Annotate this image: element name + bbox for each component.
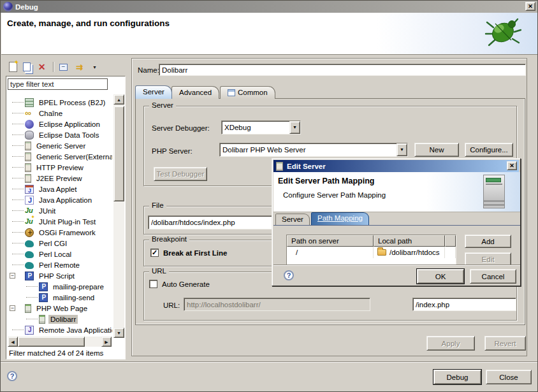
filter-launch-configs-icon[interactable]: ⇉: [76, 62, 87, 73]
help-icon[interactable]: ?: [7, 371, 17, 381]
filter-status-text: Filter matched 24 of 24 items: [9, 349, 103, 357]
tree-item-perl-remote[interactable]: Perl Remote: [7, 259, 112, 270]
path-mapping-table: Path on server Local path //dolibarr/htd…: [286, 235, 456, 265]
bpel-process-icon: [25, 98, 34, 107]
tree-item-junit[interactable]: JUnit: [7, 205, 112, 216]
chain-icon: [25, 109, 34, 118]
tree-item-dolibarr[interactable]: Dolibarr: [7, 314, 112, 324]
auto-generate-label: Auto Generate: [162, 280, 210, 288]
configure-button[interactable]: Configure...: [465, 143, 513, 157]
scroll-left-icon[interactable]: ◀: [8, 337, 18, 347]
tree-connector: [12, 145, 24, 146]
tree-item-label: mailing-prepare: [51, 282, 106, 291]
name-label: Name:: [138, 66, 159, 74]
tab-path-mapping[interactable]: Path Mapping: [311, 212, 369, 225]
scroll-up-icon[interactable]: ▲: [113, 94, 124, 105]
break-first-line-checkbox[interactable]: ✓: [150, 249, 159, 257]
tab-common[interactable]: Common: [220, 86, 275, 99]
tree-item-osgi-framework[interactable]: OSGi Framework: [7, 227, 112, 238]
edit-mapping-button[interactable]: Edit: [465, 252, 511, 265]
tree-item-junit-plug-in-test[interactable]: JUnit Plug-in Test: [7, 216, 112, 227]
ok-button[interactable]: OK: [417, 269, 464, 284]
tree-item-label: JUnit Plug-in Test: [37, 217, 98, 226]
tree-item-label: mailing-send: [51, 293, 96, 302]
debug-button[interactable]: Debug: [433, 370, 481, 384]
tree-item-remote-java-application[interactable]: Remote Java Application: [7, 324, 112, 335]
server-debugger-select[interactable]: XDebug ▼: [221, 120, 301, 134]
vertical-scroll-thumb[interactable]: [113, 106, 124, 201]
horizontal-scroll-thumb[interactable]: [18, 337, 85, 347]
chevron-down-icon[interactable]: ▼: [289, 121, 300, 134]
type-filter-input[interactable]: [8, 78, 108, 90]
tree-item-perl-cgi[interactable]: Perl CGI: [7, 238, 112, 249]
php-server-select[interactable]: Dolibarr PHP Web Server ▼: [219, 143, 408, 157]
tree-connector: [12, 221, 24, 222]
tree-item-java-applet[interactable]: Java Applet: [7, 184, 112, 194]
path-mapping-row[interactable]: //dolibarr/htdocs: [287, 247, 456, 258]
tree-item-bpel-process-b2j[interactable]: BPEL Process (B2J): [7, 97, 112, 108]
tab-advanced[interactable]: Advanced: [171, 86, 219, 99]
perl-remote-icon: [25, 262, 34, 269]
apply-button[interactable]: Apply: [426, 336, 475, 351]
tree-item-label: Generic Server(External La: [34, 152, 112, 161]
auto-generate-checkbox[interactable]: [149, 280, 157, 288]
window-close-button[interactable]: ✕: [525, 2, 535, 11]
tree-item-java-application[interactable]: Java Application: [7, 194, 112, 205]
column-header-local-path[interactable]: Local path: [374, 235, 445, 247]
collapse-all-icon[interactable]: −: [59, 64, 68, 71]
url-base-input[interactable]: [184, 298, 370, 311]
collapse-expander-icon[interactable]: −: [10, 273, 15, 279]
test-debugger-button[interactable]: Test Debugger: [154, 167, 207, 181]
add-mapping-button[interactable]: Add: [465, 235, 511, 248]
tree-item-eclipse-application[interactable]: Eclipse Application: [7, 119, 112, 129]
debug-bug-icon: [484, 15, 521, 50]
scroll-right-icon[interactable]: ▶: [101, 337, 112, 347]
tree-item-label: BPEL Process (B2J): [37, 98, 107, 107]
tab-server-settings[interactable]: Server: [275, 214, 310, 225]
tree-item-http-preview[interactable]: HTTP Preview: [7, 162, 112, 173]
tree-item-generic-server-external-la[interactable]: Generic Server(External La: [7, 151, 112, 162]
new-launch-config-icon[interactable]: [9, 62, 17, 72]
url-label: URL:: [163, 301, 180, 309]
tree-item-label: HTTP Preview: [34, 163, 85, 172]
tree-connector: [12, 330, 24, 330]
dialog-help-icon[interactable]: ?: [284, 270, 294, 280]
config-name-input[interactable]: [159, 64, 526, 76]
folder-icon: [377, 249, 386, 256]
tree-vertical-scrollbar[interactable]: ▲ ▼: [113, 94, 124, 338]
delete-icon[interactable]: ✕: [36, 62, 47, 73]
tree-item-cha-ne[interactable]: Chaîne: [7, 108, 112, 119]
tree-item-mailing-prepare[interactable]: mailing-prepare: [7, 281, 112, 292]
path-on-server-cell: /: [287, 247, 374, 258]
close-button[interactable]: Close: [486, 370, 532, 384]
tree-item-label: Perl CGI: [37, 239, 69, 248]
tree-item-label: JUnit: [37, 207, 57, 215]
scroll-down-icon[interactable]: ▼: [113, 328, 124, 338]
cancel-button[interactable]: Cancel: [470, 269, 516, 284]
server-icon: [276, 162, 283, 171]
tree-item-mailing-send[interactable]: mailing-send: [7, 292, 112, 303]
tab-server[interactable]: Server: [135, 85, 172, 99]
menu-dropdown-icon[interactable]: ▼: [92, 62, 103, 73]
edit-server-close-button[interactable]: ✕: [507, 161, 517, 170]
chevron-down-icon[interactable]: ▼: [396, 143, 407, 156]
tree-connector: [12, 265, 24, 265]
server-group-label: Server: [149, 101, 176, 109]
collapse-expander-icon[interactable]: −: [10, 305, 15, 311]
duplicate-icon[interactable]: [23, 62, 31, 71]
tree-item-perl-local[interactable]: Perl Local: [7, 249, 112, 259]
tree-item-php-web-page[interactable]: −PHP Web Page: [7, 303, 112, 314]
revert-button[interactable]: Revert: [484, 336, 526, 351]
tree-item-j2ee-preview[interactable]: J2EE Preview: [7, 173, 112, 184]
column-header-path-on-server[interactable]: Path on server: [287, 235, 374, 247]
database-icon: [25, 131, 34, 140]
tree-item-eclipse-data-tools[interactable]: Eclipse Data Tools: [7, 129, 112, 140]
tree-horizontal-scrollbar[interactable]: ◀ ▶: [8, 337, 112, 347]
url-path-input[interactable]: [412, 298, 516, 311]
tree-connector: [12, 167, 24, 168]
tree-item-generic-server[interactable]: Generic Server: [7, 140, 112, 151]
tree-connector: [26, 319, 38, 319]
tree-item-php-script[interactable]: −PHP Script: [7, 270, 112, 281]
new-server-button[interactable]: New: [414, 143, 459, 157]
tree-connector: [12, 134, 24, 135]
